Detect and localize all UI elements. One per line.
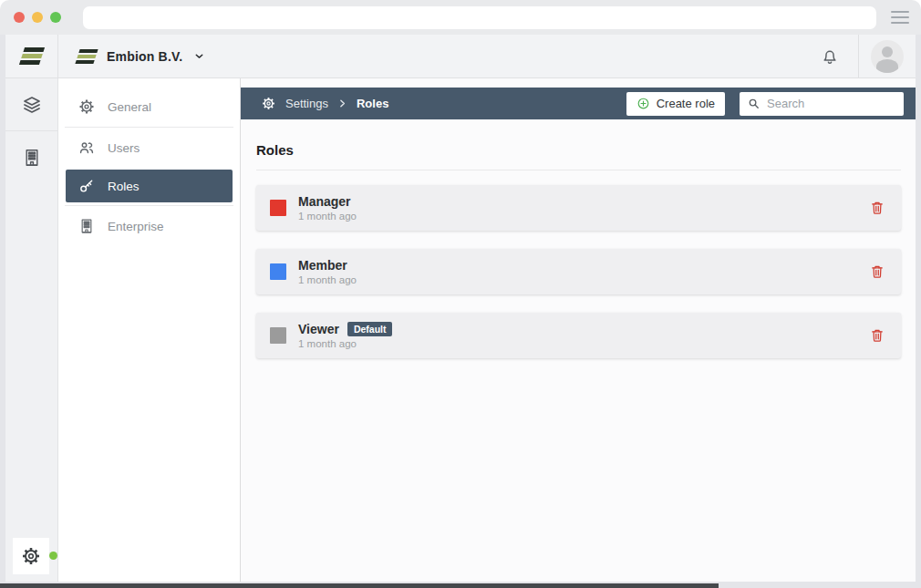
close-window-button[interactable] bbox=[14, 12, 25, 23]
sidebar-item-users[interactable]: Users bbox=[58, 129, 240, 167]
role-color-swatch bbox=[270, 263, 286, 280]
building-icon bbox=[78, 217, 96, 235]
bell-icon bbox=[820, 46, 840, 67]
search-icon bbox=[747, 97, 761, 110]
sidebar-item-label: Users bbox=[108, 141, 140, 155]
browser-menu-icon[interactable] bbox=[891, 11, 909, 24]
roles-content: Roles Manager 1 month ago bbox=[241, 119, 916, 358]
title-divider bbox=[256, 170, 901, 170]
role-row-manager[interactable]: Manager 1 month ago bbox=[256, 185, 901, 231]
building-icon bbox=[21, 147, 43, 169]
search-field bbox=[740, 92, 904, 116]
trash-icon bbox=[869, 263, 885, 280]
trash-icon bbox=[869, 327, 885, 344]
breadcrumb-section[interactable]: Settings bbox=[285, 97, 328, 110]
breadcrumb-bar: Settings Roles bbox=[241, 88, 916, 119]
sidebar-item-enterprise[interactable]: Enterprise bbox=[58, 207, 240, 245]
minimize-window-button[interactable] bbox=[32, 12, 43, 23]
sidebar-item-roles[interactable]: Roles bbox=[66, 170, 233, 202]
company-name: Embion B.V. bbox=[107, 49, 182, 64]
icon-rail bbox=[5, 78, 58, 582]
rail-item-enterprise[interactable] bbox=[5, 131, 57, 183]
system-settings-button[interactable] bbox=[13, 538, 49, 574]
toolbar: Create role bbox=[626, 92, 904, 116]
default-role-badge: Default bbox=[347, 322, 393, 337]
roles-list: Manager 1 month ago bbox=[256, 185, 901, 358]
sidebar-item-label: General bbox=[108, 100, 151, 114]
role-row-viewer[interactable]: Viewer Default 1 month ago bbox=[256, 313, 901, 358]
key-icon bbox=[78, 177, 96, 195]
account-menu-button[interactable] bbox=[859, 35, 916, 77]
browser-chrome bbox=[0, 0, 921, 35]
window-bottom-edge bbox=[0, 583, 719, 588]
role-color-swatch bbox=[270, 327, 286, 344]
gear-icon bbox=[78, 98, 96, 116]
role-name: Manager bbox=[298, 194, 351, 209]
trash-icon bbox=[869, 200, 885, 216]
layers-icon bbox=[21, 94, 43, 116]
role-name: Viewer bbox=[298, 322, 339, 336]
online-status-dot bbox=[49, 552, 57, 560]
role-updated: 1 month ago bbox=[298, 211, 357, 222]
embion-logo-icon bbox=[18, 47, 44, 65]
plus-circle-icon bbox=[636, 97, 650, 110]
role-updated: 1 month ago bbox=[298, 338, 392, 349]
breadcrumb: Settings Roles bbox=[261, 96, 388, 111]
create-role-label: Create role bbox=[657, 97, 715, 110]
header-actions bbox=[802, 35, 916, 77]
search-input[interactable] bbox=[767, 97, 896, 110]
breadcrumb-current: Roles bbox=[357, 97, 388, 110]
users-icon bbox=[78, 139, 96, 157]
app-frame: Embion B.V. bbox=[0, 35, 921, 588]
embion-logo-icon bbox=[75, 49, 98, 64]
gear-icon bbox=[261, 96, 276, 111]
sidebar-item-label: Roles bbox=[108, 180, 140, 193]
company-switcher[interactable]: Embion B.V. bbox=[78, 49, 205, 64]
role-row-member[interactable]: Member 1 month ago bbox=[256, 249, 901, 294]
notifications-button[interactable] bbox=[802, 35, 858, 77]
app-logo-button[interactable] bbox=[5, 35, 58, 77]
settings-sidebar: General Users bbox=[58, 78, 241, 582]
sidebar-divider bbox=[65, 127, 233, 128]
sidebar-item-label: Enterprise bbox=[108, 220, 164, 233]
chevron-down-icon bbox=[193, 50, 205, 62]
avatar bbox=[871, 40, 904, 73]
sidebar-item-general[interactable]: General bbox=[58, 88, 240, 126]
gear-icon bbox=[20, 545, 42, 567]
create-role-button[interactable]: Create role bbox=[626, 92, 725, 116]
app-header: Embion B.V. bbox=[5, 35, 916, 78]
main-panel: Settings Roles bbox=[241, 78, 916, 582]
zoom-window-button[interactable] bbox=[50, 12, 61, 23]
role-name: Member bbox=[298, 258, 347, 273]
address-bar[interactable] bbox=[83, 6, 876, 29]
sidebar-divider bbox=[65, 205, 233, 206]
window-controls bbox=[14, 12, 61, 23]
rail-item-layers[interactable] bbox=[5, 78, 57, 130]
delete-role-button[interactable] bbox=[867, 325, 887, 346]
role-color-swatch bbox=[270, 200, 286, 216]
delete-role-button[interactable] bbox=[867, 262, 887, 282]
delete-role-button[interactable] bbox=[867, 198, 887, 218]
page-title: Roles bbox=[256, 142, 901, 158]
breadcrumb-chevron-icon bbox=[337, 98, 347, 108]
role-updated: 1 month ago bbox=[298, 274, 357, 285]
browser-window: Embion B.V. bbox=[0, 0, 921, 588]
